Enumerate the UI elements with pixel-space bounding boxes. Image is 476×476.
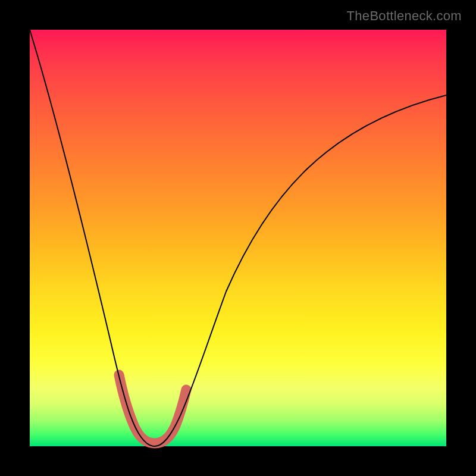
watermark-text: TheBottleneck.com <box>347 8 462 24</box>
bottleneck-curve <box>30 30 446 446</box>
curve-layer <box>30 30 446 446</box>
bottleneck-highlight <box>119 375 186 443</box>
chart-frame: TheBottleneck.com <box>0 0 476 476</box>
plot-area <box>30 30 446 446</box>
